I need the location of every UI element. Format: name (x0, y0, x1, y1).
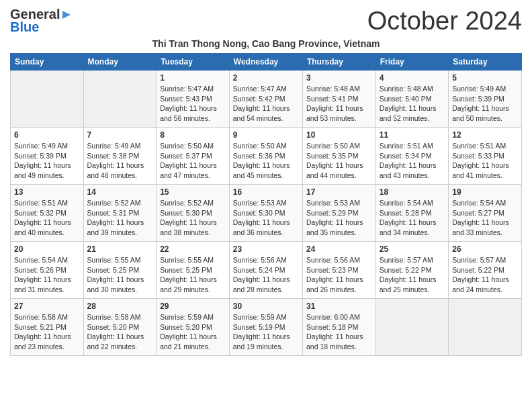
calendar-cell: 5Sunrise: 5:49 AMSunset: 5:39 PMDaylight… (449, 71, 522, 128)
cell-details: Sunrise: 5:49 AMSunset: 5:39 PMDaylight:… (452, 84, 518, 124)
calendar-cell: 15Sunrise: 5:52 AMSunset: 5:30 PMDayligh… (157, 185, 230, 242)
day-number: 14 (87, 187, 153, 197)
header: General Blue October 2024 (10, 7, 522, 36)
day-number: 13 (14, 187, 80, 197)
day-number: 3 (306, 73, 372, 83)
cell-details: Sunrise: 5:57 AMSunset: 5:22 PMDaylight:… (380, 255, 445, 295)
cell-details: Sunrise: 5:59 AMSunset: 5:20 PMDaylight:… (160, 312, 226, 352)
cell-details: Sunrise: 5:52 AMSunset: 5:31 PMDaylight:… (87, 198, 153, 238)
month-title: October 2024 (367, 7, 522, 36)
day-number: 4 (380, 73, 445, 83)
day-number: 10 (306, 130, 372, 140)
calendar-cell: 31Sunrise: 6:00 AMSunset: 5:18 PMDayligh… (302, 299, 375, 356)
calendar-week-row: 13Sunrise: 5:51 AMSunset: 5:32 PMDayligh… (11, 185, 522, 242)
title-text: October 2024 (367, 7, 522, 35)
cell-details: Sunrise: 5:52 AMSunset: 5:30 PMDaylight:… (160, 198, 226, 238)
day-number: 15 (160, 187, 226, 197)
day-number: 12 (452, 130, 518, 140)
day-number: 22 (160, 244, 226, 254)
day-number: 9 (233, 130, 299, 140)
cell-details: Sunrise: 5:50 AMSunset: 5:35 PMDaylight:… (306, 141, 372, 181)
cell-details: Sunrise: 5:54 AMSunset: 5:27 PMDaylight:… (452, 198, 518, 238)
day-number: 6 (14, 130, 80, 140)
day-number: 1 (160, 73, 226, 83)
cell-details: Sunrise: 5:56 AMSunset: 5:24 PMDaylight:… (233, 255, 299, 295)
calendar-body: 1Sunrise: 5:47 AMSunset: 5:43 PMDaylight… (11, 71, 522, 356)
cell-details: Sunrise: 5:49 AMSunset: 5:39 PMDaylight:… (14, 141, 80, 181)
cell-details: Sunrise: 5:51 AMSunset: 5:33 PMDaylight:… (452, 141, 518, 181)
calendar-cell (83, 71, 157, 128)
day-number: 18 (380, 187, 445, 197)
calendar-cell: 2Sunrise: 5:47 AMSunset: 5:42 PMDaylight… (229, 71, 302, 128)
cell-details: Sunrise: 5:55 AMSunset: 5:25 PMDaylight:… (87, 255, 153, 295)
calendar-cell (11, 71, 84, 128)
cell-details: Sunrise: 5:48 AMSunset: 5:40 PMDaylight:… (380, 84, 445, 124)
cell-details: Sunrise: 5:50 AMSunset: 5:37 PMDaylight:… (160, 141, 226, 181)
calendar-cell: 21Sunrise: 5:55 AMSunset: 5:25 PMDayligh… (83, 242, 157, 299)
calendar-cell: 29Sunrise: 5:59 AMSunset: 5:20 PMDayligh… (157, 299, 230, 356)
day-number: 28 (87, 302, 153, 311)
calendar-cell: 11Sunrise: 5:51 AMSunset: 5:34 PMDayligh… (375, 128, 448, 185)
day-number: 30 (233, 302, 299, 311)
calendar-cell: 19Sunrise: 5:54 AMSunset: 5:27 PMDayligh… (449, 185, 522, 242)
cell-details: Sunrise: 5:58 AMSunset: 5:21 PMDaylight:… (14, 312, 80, 352)
day-number: 24 (306, 244, 372, 254)
day-number: 23 (233, 244, 299, 254)
calendar-cell: 6Sunrise: 5:49 AMSunset: 5:39 PMDaylight… (11, 128, 84, 185)
calendar-cell: 30Sunrise: 5:59 AMSunset: 5:19 PMDayligh… (229, 299, 302, 356)
calendar-cell: 18Sunrise: 5:54 AMSunset: 5:28 PMDayligh… (375, 185, 448, 242)
cell-details: Sunrise: 6:00 AMSunset: 5:18 PMDaylight:… (306, 312, 372, 352)
cell-details: Sunrise: 5:54 AMSunset: 5:26 PMDaylight:… (14, 255, 80, 295)
cell-details: Sunrise: 5:55 AMSunset: 5:25 PMDaylight:… (160, 255, 226, 295)
calendar-cell: 13Sunrise: 5:51 AMSunset: 5:32 PMDayligh… (11, 185, 84, 242)
header-cell-monday: Monday (83, 54, 157, 71)
day-number: 26 (452, 244, 518, 254)
cell-details: Sunrise: 5:58 AMSunset: 5:20 PMDaylight:… (87, 312, 153, 352)
header-cell-tuesday: Tuesday (157, 54, 230, 71)
calendar-cell: 25Sunrise: 5:57 AMSunset: 5:22 PMDayligh… (375, 242, 448, 299)
day-number: 27 (14, 302, 80, 311)
cell-details: Sunrise: 5:59 AMSunset: 5:19 PMDaylight:… (233, 312, 299, 352)
day-number: 20 (14, 244, 80, 254)
calendar-cell: 8Sunrise: 5:50 AMSunset: 5:37 PMDaylight… (157, 128, 230, 185)
calendar-cell: 4Sunrise: 5:48 AMSunset: 5:40 PMDaylight… (375, 71, 448, 128)
calendar-header-row: SundayMondayTuesdayWednesdayThursdayFrid… (11, 54, 522, 71)
svg-marker-0 (62, 11, 71, 19)
calendar-cell: 9Sunrise: 5:50 AMSunset: 5:36 PMDaylight… (229, 128, 302, 185)
calendar-week-row: 1Sunrise: 5:47 AMSunset: 5:43 PMDaylight… (11, 71, 522, 128)
calendar-cell: 27Sunrise: 5:58 AMSunset: 5:21 PMDayligh… (11, 299, 84, 356)
calendar-cell: 24Sunrise: 5:56 AMSunset: 5:23 PMDayligh… (302, 242, 375, 299)
logo-blue: Blue (10, 19, 39, 35)
cell-details: Sunrise: 5:53 AMSunset: 5:29 PMDaylight:… (306, 198, 372, 238)
header-cell-wednesday: Wednesday (229, 54, 302, 71)
calendar-cell: 3Sunrise: 5:48 AMSunset: 5:41 PMDaylight… (302, 71, 375, 128)
cell-details: Sunrise: 5:53 AMSunset: 5:30 PMDaylight:… (233, 198, 299, 238)
header-cell-sunday: Sunday (11, 54, 84, 71)
logo-arrow-icon (61, 8, 75, 21)
calendar-table: SundayMondayTuesdayWednesdayThursdayFrid… (10, 53, 522, 356)
day-number: 16 (233, 187, 299, 197)
calendar-cell: 28Sunrise: 5:58 AMSunset: 5:20 PMDayligh… (83, 299, 157, 356)
calendar-week-row: 6Sunrise: 5:49 AMSunset: 5:39 PMDaylight… (11, 128, 522, 185)
day-number: 5 (452, 73, 518, 83)
cell-details: Sunrise: 5:50 AMSunset: 5:36 PMDaylight:… (233, 141, 299, 181)
day-number: 17 (306, 187, 372, 197)
cell-details: Sunrise: 5:47 AMSunset: 5:42 PMDaylight:… (233, 84, 299, 124)
day-number: 11 (380, 130, 445, 140)
calendar-cell: 12Sunrise: 5:51 AMSunset: 5:33 PMDayligh… (449, 128, 522, 185)
day-number: 21 (87, 244, 153, 254)
day-number: 2 (233, 73, 299, 83)
cell-details: Sunrise: 5:51 AMSunset: 5:32 PMDaylight:… (14, 198, 80, 238)
calendar-cell: 22Sunrise: 5:55 AMSunset: 5:25 PMDayligh… (157, 242, 230, 299)
cell-details: Sunrise: 5:56 AMSunset: 5:23 PMDaylight:… (306, 255, 372, 295)
cell-details: Sunrise: 5:57 AMSunset: 5:22 PMDaylight:… (452, 255, 518, 295)
calendar-cell (449, 299, 522, 356)
calendar-cell: 14Sunrise: 5:52 AMSunset: 5:31 PMDayligh… (83, 185, 157, 242)
calendar-cell: 1Sunrise: 5:47 AMSunset: 5:43 PMDaylight… (157, 71, 230, 128)
calendar-cell (375, 299, 448, 356)
calendar-cell: 17Sunrise: 5:53 AMSunset: 5:29 PMDayligh… (302, 185, 375, 242)
logo: General Blue (10, 7, 75, 35)
day-number: 31 (306, 302, 372, 311)
calendar-cell: 7Sunrise: 5:49 AMSunset: 5:38 PMDaylight… (83, 128, 157, 185)
cell-details: Sunrise: 5:54 AMSunset: 5:28 PMDaylight:… (380, 198, 445, 238)
